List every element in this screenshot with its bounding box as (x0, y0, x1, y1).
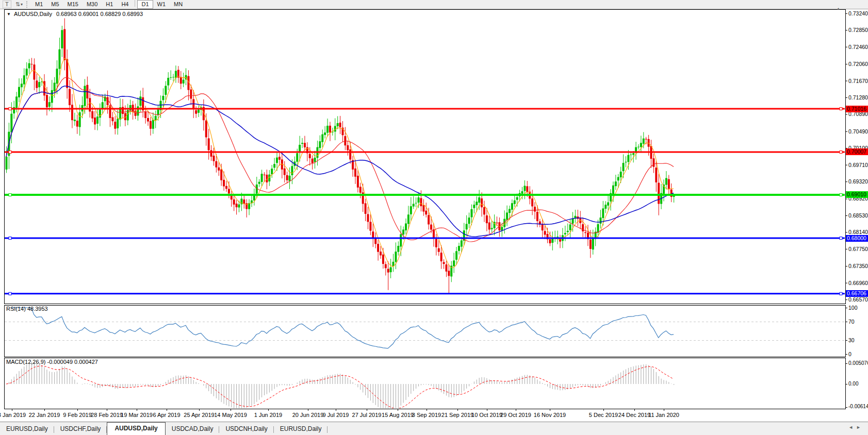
line-anchor-handle[interactable] (840, 237, 842, 240)
line-anchor-handle[interactable] (9, 108, 11, 110)
date-axis-label: 1 Jun 2019 (254, 412, 282, 418)
moving-average-lines (6, 58, 674, 267)
line-anchor-handle[interactable] (840, 193, 842, 196)
date-axis-label: 20 Jun 2019 (292, 412, 324, 418)
rsi-axis-tick: 100 (848, 305, 868, 311)
line-anchor-handle[interactable] (840, 108, 842, 110)
line-anchor-handle[interactable] (840, 150, 842, 153)
symbol-period-label: AUDUSD,Daily (14, 11, 52, 17)
price-axis-tick: 0.71670 (848, 78, 868, 84)
ohlc-values: 0.68963 0.69001 0.68829 0.68993 (56, 11, 143, 17)
rsi-line (11, 308, 674, 348)
price-axis-tick: 0.69710 (848, 162, 868, 168)
axis-tick-marks (12, 13, 848, 411)
price-axis-tick: 0.66570 (848, 296, 868, 303)
line-anchor-handle[interactable] (9, 237, 11, 240)
price-level-label: 0.71016 (846, 106, 868, 112)
rsi-gridlines (5, 322, 845, 341)
date-axis-label: 3 Sep 2019 (412, 412, 441, 418)
panel-frames (5, 10, 846, 409)
scroll-up-icon[interactable]: ▲ (837, 7, 840, 10)
price-axis-tick: 0.68530 (848, 212, 868, 219)
chart-tab-eurusd-0[interactable]: EURUSD,Daily (0, 423, 54, 435)
rsi-indicator-label: RSI(14) 48.3953 (6, 306, 48, 312)
chart-title: ▼AUDUSD,Daily0.68963 0.69001 0.68829 0.6… (7, 11, 143, 17)
mt4-terminal: T ⇅ ▾ M1M5M15M30H1H4D1W1MN ▼AUDUSD,Daily… (0, 0, 868, 435)
price-axis-tick: 0.69320 (848, 178, 868, 185)
date-axis-label: 22 Jan 2019 (29, 412, 60, 418)
date-axis-label: 10 Oct 2019 (471, 412, 502, 418)
line-anchor-handle[interactable] (9, 292, 11, 295)
line-anchor-handle[interactable] (840, 292, 842, 295)
date-axis-label: 5 Dec 2019 (589, 412, 618, 418)
date-axis-label: 16 Nov 2019 (534, 412, 566, 418)
date-axis-label: 27 Jul 2019 (352, 412, 382, 418)
rsi-axis-tick: 70 (848, 319, 868, 325)
date-axis-label: 3 Jan 2019 (0, 412, 26, 418)
date-axis-label: 25 Apr 2019 (184, 412, 214, 418)
date-axis-label: 19 Mar 2019 (121, 412, 153, 418)
date-axis-label: 11 Jan 2020 (648, 412, 679, 418)
chart-tab-bar: EURUSD,DailyUSDCHF,DailyAUDUSD,DailyUSDC… (0, 422, 868, 435)
date-axis-label: 9 Feb 2019 (63, 412, 92, 418)
date-axis-label: 28 Feb 2019 (91, 412, 123, 418)
chart-tab-usdcad-3[interactable]: USDCAD,Daily (166, 423, 220, 435)
price-axis-tick: 0.72850 (848, 27, 868, 33)
date-axis-label: 6 Apr 2019 (153, 412, 180, 418)
price-axis-tick: 0.67350 (848, 263, 868, 269)
price-axis-tick: 0.72060 (848, 61, 868, 67)
macd-indicator-label: MACD(12,26,9) -0.000049 0.000427 (6, 359, 98, 365)
chart-canvas (0, 0, 868, 435)
date-axis-label: 9 Jul 2019 (323, 412, 349, 418)
price-level-label: 0.70007 (846, 148, 868, 155)
chart-menu-icon[interactable]: ▼ (7, 12, 11, 16)
chart-tab-usdchf-1[interactable]: USDCHF,Daily (54, 423, 107, 435)
line-anchor-handle[interactable] (9, 150, 11, 153)
price-axis-tick: 0.72460 (848, 44, 868, 50)
price-axis-tick: 0.73240 (848, 10, 868, 16)
price-level-label: 0.68000 (846, 235, 868, 242)
rsi-axis-tick: 0 (848, 351, 868, 357)
price-level-label: 0.66706 (846, 290, 868, 297)
macd-axis-tick: 0.00 (848, 381, 868, 387)
macd-plot (6, 361, 674, 412)
tab-scroll-arrows: ◄► (848, 425, 864, 430)
candlesticks (6, 18, 675, 293)
chart-tab-audusd-2[interactable]: AUDUSD,Daily (107, 422, 165, 435)
date-axis-label: 15 Aug 2019 (382, 412, 414, 418)
date-axis-label: 29 Oct 2019 (500, 412, 531, 418)
date-axis-label: 21 Sep 2019 (441, 412, 473, 418)
chart-tab-usdcnh-4[interactable]: USDCNH,Daily (219, 423, 273, 435)
date-axis-label: 24 Dec 2019 (618, 412, 650, 418)
price-axis-tick: 0.66960 (848, 280, 868, 286)
date-axis-label: 14 May 2019 (214, 412, 247, 418)
price-level-label: 0.69010 (846, 191, 868, 198)
price-axis-tick: 0.67750 (848, 246, 868, 252)
line-anchor-handle[interactable] (9, 193, 11, 196)
chart-tab-eurusd-5[interactable]: EURUSD,Daily (274, 423, 328, 435)
rsi-axis-tick: 30 (848, 337, 868, 343)
macd-axis-tick: 0.005076 (848, 360, 868, 366)
price-axis-tick: 0.70490 (848, 128, 868, 135)
tab-scroll-left-icon[interactable]: ◄ (848, 425, 856, 430)
support-resistance-lines (5, 108, 845, 295)
price-axis-tick: 0.71280 (848, 94, 868, 101)
tab-scroll-right-icon[interactable]: ► (856, 425, 864, 430)
macd-axis-tick: -0.006148 (848, 404, 868, 410)
